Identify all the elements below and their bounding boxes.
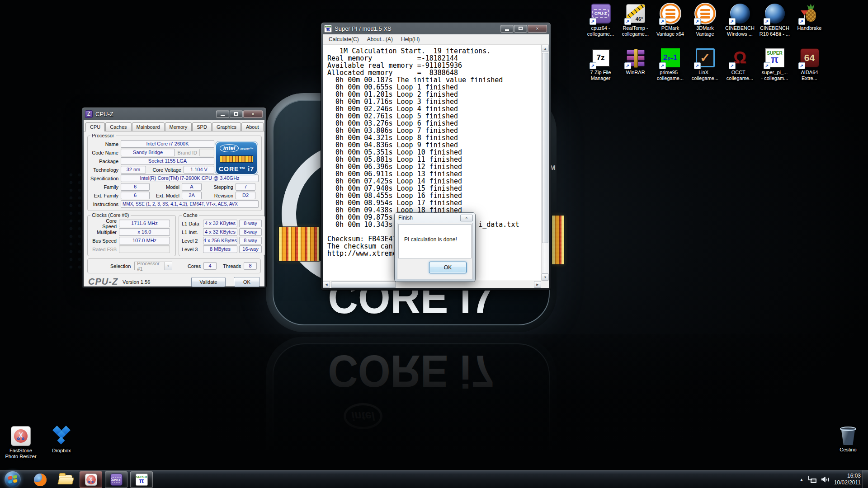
level2-way-field: 8-way <box>239 237 262 244</box>
taskbar-firefox-button[interactable] <box>29 471 52 488</box>
cpuz-tab[interactable]: Graphics <box>212 122 241 131</box>
scroll-track[interactable] <box>542 52 549 273</box>
log-line: 0h 00m 02.761s Loop 5 finished <box>327 113 541 120</box>
desktop-icon-occt[interactable]: Ω ↗ OCCT - collegame... <box>723 47 757 91</box>
log-line: 0h 00m 05.881s Loop 11 finished <box>327 156 541 163</box>
desktop-icon-pcmark-vantage[interactable]: ↗ PCMark Vantage x64 <box>653 3 688 47</box>
taskbar-clock[interactable]: 16:03 10/02/2011 <box>834 473 861 486</box>
desktop-icon-cpuz64[interactable]: CPU-Z ↗ cpuz64 - collegame... <box>584 3 618 47</box>
show-desktop-button[interactable] <box>863 470 868 488</box>
cpuz-tab[interactable]: Memory <box>165 122 192 131</box>
desktop-icon-linx[interactable]: ✓ ↗ LinX - collegame... <box>688 47 722 91</box>
cpuz-tab[interactable]: CPU <box>85 122 105 131</box>
brand-id-field <box>199 149 214 156</box>
desktop-icon-cinebench-r10[interactable]: ↗ CINEBENCH R10 64Bit - ... <box>758 3 792 47</box>
desktop-icon-7zip[interactable]: 7z ↗ 7-Zip File Manager <box>584 47 618 91</box>
log-line: 0h 00m 08.954s Loop 17 finished <box>327 199 541 206</box>
log-line: 0h 00m 04.321s Loop 8 finished <box>327 134 541 141</box>
level3-way-field: 16-way <box>239 245 262 253</box>
desktop-icon-dropbox[interactable]: Dropbox <box>44 425 79 460</box>
scroll-left-icon[interactable]: ◀ <box>323 281 330 288</box>
scroll-track[interactable] <box>330 281 534 288</box>
processor-select[interactable]: Processor #1 ▼ <box>134 262 172 270</box>
recycle-bin-icon <box>840 425 856 446</box>
menu-item[interactable]: About...(A) <box>363 35 397 44</box>
desktop-icon-cinebench-windows[interactable]: ↗ CINEBENCH Windows ... <box>723 3 757 47</box>
ok-button[interactable]: OK <box>429 262 467 273</box>
superpi-titlebar[interactable]: SUPERπ Super PI / mod1.5 XS × <box>321 23 551 34</box>
minimize-button[interactable] <box>500 25 514 33</box>
scroll-thumb[interactable] <box>542 53 548 243</box>
taskbar-cpuz-button[interactable]: CPU-Z <box>105 471 127 488</box>
desktop-icon-3dmark-vantage[interactable]: ↗ 3DMark Vantage <box>688 3 722 47</box>
scroll-right-icon[interactable]: ▶ <box>534 281 541 288</box>
show-hidden-icons-button[interactable]: ▲ <box>800 478 803 482</box>
scroll-up-icon[interactable]: ▲ <box>542 45 549 52</box>
taskbar: CPU-Z SUPERπ ▲ 16:03 10/02/2011 <box>0 470 868 488</box>
maximize-button[interactable] <box>514 25 527 33</box>
shortcut-arrow-icon: ↗ <box>624 18 631 25</box>
cpuz-brand-logo: CPU-Z <box>88 277 118 287</box>
model-field: A <box>182 183 202 191</box>
icon-label: WinRAR <box>626 70 645 75</box>
network-icon[interactable] <box>808 476 816 483</box>
menu-item[interactable]: Calculate(C) <box>325 35 363 44</box>
icon-label: RealTemp - collegame... <box>622 25 649 37</box>
level3-field: 8 MBytes <box>203 245 237 253</box>
close-button[interactable]: × <box>528 25 547 33</box>
close-button[interactable]: × <box>243 110 263 118</box>
windows-flag-icon <box>8 475 18 484</box>
log-line: 0h 00m 05.351s Loop 10 finished <box>327 149 541 156</box>
l1-data-way-field: 8-way <box>239 220 262 227</box>
shortcut-arrow-icon: ↗ <box>729 62 736 69</box>
log-line: 0h 00m 04.836s Loop 9 finished <box>327 141 541 149</box>
desktop-icon-handbrake[interactable]: ↗ Handbrake <box>793 3 827 47</box>
taskbar-superpi-button[interactable]: SUPERπ <box>130 471 153 488</box>
maximize-button[interactable] <box>230 110 243 118</box>
vertical-scrollbar[interactable]: ▲ ▼ <box>541 45 549 281</box>
shortcut-arrow-icon: ↗ <box>694 62 701 69</box>
ok-button[interactable]: OK <box>234 277 260 287</box>
start-button[interactable] <box>5 471 21 488</box>
horizontal-scrollbar[interactable]: ◀ ▶ <box>323 281 549 288</box>
log-line: 1M Calculation Start. 19 iterations. <box>327 47 541 55</box>
cpuz-tab[interactable]: Caches <box>105 122 131 131</box>
finish-message: PI calculation is done! <box>404 236 457 243</box>
cpu-die-art-right <box>552 216 564 264</box>
clock-date: 10/02/2011 <box>834 479 861 486</box>
close-button[interactable]: × <box>460 215 473 221</box>
cores-label: Cores <box>188 263 201 269</box>
desktop-icon-superpi[interactable]: SUPERπ ↗ super_pi_... - collegam... <box>758 47 792 91</box>
threads-field: 8 <box>244 262 257 270</box>
cache-group: Cache L1 Data 4 x 32 KBytes 8-way L1 Ins… <box>179 212 265 256</box>
finish-dialog-titlebar[interactable]: Finish × <box>395 213 475 223</box>
validate-button[interactable]: Validate <box>191 277 226 287</box>
superpi-icon: SUPERπ <box>136 474 148 486</box>
superpi-app-icon: SUPERπ <box>324 25 332 33</box>
family-field: 6 <box>121 183 150 191</box>
desktop-icon-realtemp[interactable]: 46° ↗ RealTemp - collegame... <box>618 3 653 47</box>
volume-icon[interactable] <box>821 476 829 483</box>
desktop-icon-winrar[interactable]: ↗ WinRAR <box>618 47 653 91</box>
log-line: 0h 00m 06.911s Loop 13 finished <box>327 170 541 178</box>
scroll-down-icon[interactable]: ▼ <box>542 273 549 281</box>
taskbar-faststone-button[interactable] <box>80 471 102 488</box>
bus-speed-field: 107.0 MHz <box>119 237 170 244</box>
shortcut-arrow-icon: ↗ <box>659 62 666 69</box>
cpuz-tab[interactable]: Mainboard <box>132 122 165 131</box>
desktop-icon-prime95[interactable]: 2p-1 ↗ prime95 - collegame... <box>653 47 688 91</box>
menu-item[interactable]: Help(H) <box>397 35 424 44</box>
desktop-icon-recycle-bin[interactable]: Cestino <box>831 424 865 453</box>
desktop-icon-aida64[interactable]: 64 ↗ AIDA64 Extre... <box>793 47 827 91</box>
cpuz-titlebar[interactable]: Z CPU-Z × <box>82 108 266 120</box>
log-line: 0h 00m 07.940s Loop 15 finished <box>327 185 541 192</box>
desktop-icon-faststone[interactable]: FastStone Photo Resizer <box>4 425 38 460</box>
finish-message-panel: PI calculation is done! <box>398 224 472 258</box>
taskbar-explorer-button[interactable] <box>54 471 77 488</box>
scroll-thumb[interactable] <box>331 282 396 288</box>
cpuz-tab[interactable]: SPD <box>192 122 212 131</box>
cpuz-tab[interactable]: About <box>241 122 264 131</box>
minimize-button[interactable] <box>216 110 229 118</box>
cpuz-icon: CPU-Z <box>110 474 123 486</box>
dropdown-arrow-icon: ▼ <box>164 262 172 270</box>
